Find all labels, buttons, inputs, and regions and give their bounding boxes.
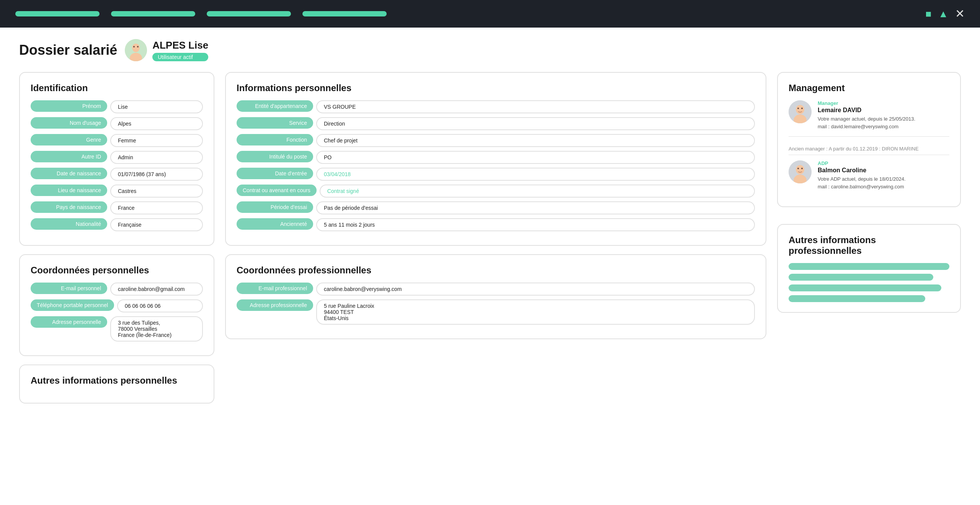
info-bar-4 [789,295,925,302]
titlebar-tab-2[interactable] [111,11,195,16]
coordonnees-professionnelles-fields: E-mail professionnelcaroline.babron@very… [237,283,755,325]
coordonnees-professionnelles-card: Coordonnées professionnelles E-mail prof… [225,254,766,339]
field-label: Ancienneté [237,218,313,230]
informations-personnelles-title: Informations personnelles [237,83,755,93]
info-bars [789,263,949,302]
field-label: Fonction [237,134,313,145]
field-value: Pas de période d'essai [316,201,755,214]
coordonnees-personnelles-title: Coordonnées personnelles [31,265,203,276]
field-value: Lise [110,100,203,113]
field-label: Date de naissance [31,168,107,179]
titlebar-tab-1[interactable] [15,11,100,16]
field-row: Contrat ou avenant en coursContrat signé [237,185,755,198]
field-row: Adresse professionnelle5 rue Pauline Lac… [237,299,755,325]
field-row: Date de naissance01/07/1986 (37 ans) [31,168,203,181]
field-label: Service [237,117,313,129]
field-value: 5 rue Pauline Lacroix 94400 TEST États-U… [316,299,755,325]
identification-title: Identification [31,83,203,93]
field-value: Française [110,218,203,231]
field-row: NationalitéFrançaise [31,218,203,231]
field-row: Autre IDAdmin [31,151,203,164]
identification-card: Identification PrénomLiseNom d'usageAlpe… [19,72,214,246]
field-value: caroline.babron@veryswing.com [316,283,755,296]
field-label: Nom d'usage [31,117,107,129]
manager-info: ADPBalmon CarolineVotre ADP actuel, depu… [818,160,949,190]
field-row: GenreFemme [31,134,203,147]
info-bar-2 [789,274,933,281]
close-icon[interactable]: ✕ [955,8,965,20]
titlebar-tab-4[interactable] [302,11,387,16]
field-value: 03/04/2018 [316,168,755,181]
field-value: Direction [316,117,755,130]
field-row: Intitulé du postePO [237,151,755,164]
col-right: Management ManagerLemaire DAVIDVotre man… [777,72,961,313]
svg-point-1 [132,44,140,52]
svg-point-11 [796,165,804,174]
field-label: Prénom [31,100,107,112]
field-value: 06 06 06 06 06 [117,299,203,312]
manager-entry: ADPBalmon CarolineVotre ADP actuel, depu… [789,160,949,196]
field-value: 5 ans 11 mois 2 jours [316,218,755,231]
triangle-icon[interactable]: ▲ [938,9,948,19]
field-row: E-mail professionnelcaroline.babron@very… [237,283,755,296]
main-content: Dossier salarié ALPES Lise Utilisateur a… [0,28,980,505]
manager-name: Balmon Caroline [818,167,949,174]
field-row: Entité d'appartenanceVS GROUPE [237,100,755,113]
field-label: E-mail personnel [31,283,107,294]
field-value: France [110,201,203,214]
field-label: Autre ID [31,151,107,162]
columns: Identification PrénomLiseNom d'usageAlpe… [19,72,961,404]
field-label: Nationalité [31,218,107,230]
field-label: Genre [31,134,107,145]
field-label: Lieu de naissance [31,185,107,196]
informations-personnelles-fields: Entité d'appartenanceVS GROUPEServiceDir… [237,100,755,231]
user-status-badge: Utilisateur actif [152,53,208,61]
autres-info-pro-card: Autres informations professionnelles [777,224,961,313]
manager-desc: Votre ADP actuel, depuis le 18/01/2024. … [818,175,949,190]
avatar [125,39,147,61]
autres-info-pro-title: Autres informations professionnelles [789,235,949,256]
field-label: E-mail professionnel [237,283,313,294]
field-label: Contrat ou avenant en cours [237,185,317,196]
field-label: Téléphone portable personnel [31,299,114,311]
identification-fields: PrénomLiseNom d'usageAlpesGenreFemmeAutr… [31,100,203,231]
management-card: Management ManagerLemaire DAVIDVotre man… [777,72,961,207]
informations-personnelles-card: Informations personnelles Entité d'appar… [225,72,766,246]
manager-desc: Votre manager actuel, depuis le 25/05/20… [818,115,949,130]
field-value: Castres [110,185,203,198]
field-label: Pays de naissance [31,201,107,213]
col-left: Identification PrénomLiseNom d'usageAlpe… [19,72,214,404]
manager-role: Manager [818,100,949,106]
info-bar-1 [789,263,949,270]
management-content: ManagerLemaire DAVIDVotre manager actuel… [789,100,949,196]
svg-point-6 [796,105,804,114]
field-value: VS GROUPE [316,100,755,113]
field-row: Ancienneté5 ans 11 mois 2 jours [237,218,755,231]
field-row: ServiceDirection [237,117,755,130]
page-title: Dossier salarié [19,42,117,58]
window-controls: ■ ▲ ✕ [926,8,965,20]
col-middle: Informations personnelles Entité d'appar… [225,72,766,339]
field-row: Lieu de naissanceCastres [31,185,203,198]
field-row: Date d'entrée03/04/2018 [237,168,755,181]
field-row: PrénomLise [31,100,203,113]
field-row: Téléphone portable personnel06 06 06 06 … [31,299,203,312]
manager-avatar [789,100,812,123]
manager-avatar [789,160,812,183]
coordonnees-personnelles-card: Coordonnées personnelles E-mail personne… [19,254,214,356]
user-info-header: ALPES Lise Utilisateur actif [152,39,208,61]
field-label: Période d'essai [237,201,313,213]
svg-point-14 [801,168,803,169]
svg-point-8 [797,108,799,109]
user-badge: ALPES Lise Utilisateur actif [125,39,208,61]
management-title: Management [789,83,949,93]
svg-point-13 [797,168,799,169]
field-row: E-mail personnelcaroline.babron@gmail.co… [31,283,203,296]
titlebar-tab-3[interactable] [207,11,291,16]
field-value: Contrat signé [320,185,755,198]
square-icon[interactable]: ■ [926,9,932,19]
svg-point-9 [801,108,803,109]
field-value: Chef de projet [316,134,755,147]
autres-info-personnelles-title: Autres informations personnelles [31,375,203,386]
field-value: PO [316,151,755,164]
